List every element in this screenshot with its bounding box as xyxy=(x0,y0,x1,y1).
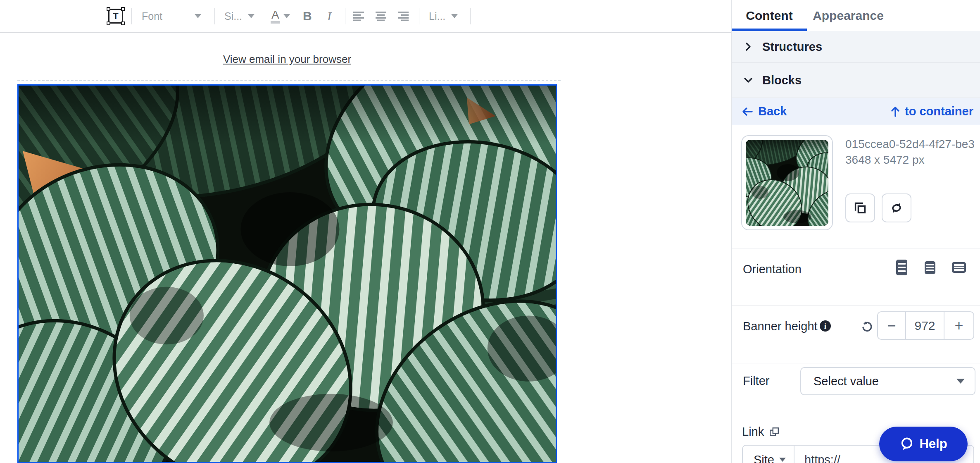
align-center-icon xyxy=(376,11,387,21)
block-nav-row: Back to container xyxy=(732,98,980,125)
info-icon[interactable]: i xyxy=(820,320,831,332)
to-container-label: to container xyxy=(905,105,973,118)
image-thumbnail xyxy=(746,140,828,226)
copy-icon xyxy=(854,201,867,215)
filter-select-value: Select value xyxy=(813,375,879,388)
line-spacing-label: Li... xyxy=(429,10,445,22)
italic-button[interactable]: I xyxy=(327,0,331,32)
orientation-portrait-icon[interactable] xyxy=(896,260,907,275)
align-left-icon xyxy=(353,11,365,21)
orientation-options xyxy=(896,260,966,275)
banner-height-stepper: − + xyxy=(877,311,974,340)
section-divider xyxy=(732,248,980,248)
font-family-label: Font xyxy=(142,10,162,22)
align-left-button[interactable] xyxy=(353,0,365,32)
align-right-button[interactable] xyxy=(398,0,409,32)
link-row: Link xyxy=(742,425,780,439)
chevron-right-icon xyxy=(743,42,753,52)
decrease-height-button[interactable]: − xyxy=(878,312,906,339)
replace-image-button[interactable] xyxy=(882,193,911,222)
undo-icon xyxy=(861,320,873,333)
to-container-button[interactable]: to container xyxy=(890,105,973,118)
chat-bubble-icon xyxy=(899,437,914,451)
font-size-label: Si... xyxy=(224,10,242,22)
chevron-down-icon xyxy=(195,14,201,18)
toolbar-divider xyxy=(419,8,419,24)
toolbar-divider xyxy=(345,8,345,24)
block-settings-panel: 015ccea0-52d4-4f27-be3... 3648 x 5472 px… xyxy=(732,125,980,463)
banner-height-input[interactable] xyxy=(906,312,944,339)
section-divider xyxy=(732,305,980,305)
chevron-down-icon xyxy=(779,458,786,462)
view-in-browser-link[interactable]: View email in your browser xyxy=(223,53,351,65)
banner-height-label: Banner height xyxy=(743,320,818,333)
email-canvas: T Font Si... A B I xyxy=(0,0,731,463)
reset-height-button[interactable] xyxy=(861,320,873,333)
toolbar-divider xyxy=(214,8,215,24)
email-header-block: View email in your browser xyxy=(17,53,557,66)
toolbar-divider xyxy=(131,8,132,24)
link-type-value: Site xyxy=(754,453,774,463)
back-button[interactable]: Back xyxy=(742,105,787,118)
chevron-down-icon xyxy=(451,14,458,18)
orientation-landscape-icon[interactable] xyxy=(952,262,966,273)
link-type-dropdown[interactable]: Site xyxy=(743,446,794,463)
blocks-accordion[interactable]: Blocks xyxy=(732,63,980,98)
section-divider xyxy=(732,417,980,417)
font-family-dropdown[interactable]: Font xyxy=(142,0,201,32)
filter-label: Filter xyxy=(743,374,769,388)
tab-content-label: Content xyxy=(746,9,792,23)
arrow-left-icon xyxy=(742,106,753,117)
orientation-label: Orientation xyxy=(743,263,802,276)
toolbar-divider xyxy=(260,8,260,24)
chevron-down-icon xyxy=(956,379,965,384)
bold-icon: B xyxy=(303,9,312,23)
increase-height-button[interactable]: + xyxy=(944,312,973,339)
email-editor-app: T Font Si... A B I xyxy=(0,0,980,463)
chevron-down-icon xyxy=(283,14,290,18)
sidebar-tabs: Content Appearance xyxy=(732,0,980,31)
leaves-photo xyxy=(19,86,556,462)
copy-image-button[interactable] xyxy=(845,193,875,222)
selected-banner-image-block[interactable] xyxy=(17,84,557,463)
bold-button[interactable]: B xyxy=(303,0,312,32)
arrow-up-icon xyxy=(890,106,901,117)
font-color-dropdown[interactable]: A xyxy=(271,0,290,32)
toolbar-divider xyxy=(294,8,294,24)
help-label: Help xyxy=(919,437,947,451)
image-filename: 015ccea0-52d4-4f27-be3... xyxy=(845,138,975,151)
settings-sidebar: Content Appearance Structures Blocks xyxy=(731,0,980,463)
tab-content[interactable]: Content xyxy=(732,0,807,31)
help-button[interactable]: Help xyxy=(879,427,968,461)
structures-accordion[interactable]: Structures xyxy=(732,31,980,63)
tab-appearance-label: Appearance xyxy=(813,9,884,23)
filter-select[interactable]: Select value xyxy=(800,367,975,395)
font-color-icon: A xyxy=(271,9,280,23)
font-size-dropdown[interactable]: Si... xyxy=(224,0,255,32)
link-label: Link xyxy=(742,425,764,439)
back-label: Back xyxy=(758,105,787,118)
chevron-down-icon xyxy=(743,75,753,85)
chevron-down-icon xyxy=(248,14,255,18)
tab-appearance[interactable]: Appearance xyxy=(807,0,890,31)
line-spacing-dropdown[interactable]: Li... xyxy=(429,0,458,32)
duplicate-link-icon[interactable] xyxy=(769,427,780,437)
blocks-label: Blocks xyxy=(762,74,802,87)
align-right-icon xyxy=(398,11,409,21)
toolbar-divider xyxy=(470,8,471,24)
text-frame-icon: T xyxy=(108,9,123,24)
italic-icon: I xyxy=(327,9,331,23)
refresh-icon xyxy=(890,201,904,215)
image-dimensions: 3648 x 5472 px xyxy=(845,153,975,167)
structure-outline xyxy=(17,80,561,81)
section-divider xyxy=(732,363,980,363)
text-block-tool-button[interactable]: T xyxy=(108,0,123,32)
align-center-button[interactable] xyxy=(376,0,387,32)
structures-label: Structures xyxy=(762,40,822,54)
orientation-square-icon[interactable] xyxy=(925,261,935,274)
text-formatting-toolbar: T Font Si... A B I xyxy=(0,0,731,33)
image-thumbnail-card[interactable] xyxy=(741,135,833,230)
